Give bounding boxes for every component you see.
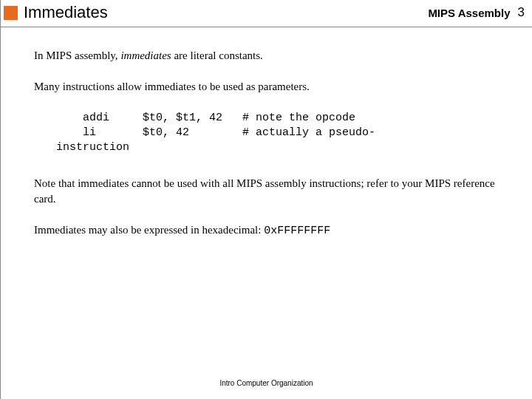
paragraph-4: Immediates may also be expressed in hexa… xyxy=(34,222,502,239)
paragraph-2: Many instructions allow immediates to be… xyxy=(34,79,502,94)
page-number: 3 xyxy=(518,5,525,20)
paragraph-1: In MIPS assembly, immediates are literal… xyxy=(34,48,502,63)
hex-literal: 0xFFFFFFFF xyxy=(264,225,330,237)
slide-footer: Intro Computer Organization xyxy=(1,379,532,387)
slide-subject: MIPS Assembly xyxy=(428,7,510,19)
paragraph-3: Note that immediates cannot be used with… xyxy=(34,176,502,206)
text: are literal constants. xyxy=(171,50,263,61)
bullet-icon xyxy=(4,6,18,20)
code-block: addi $t0, $t1, 42 # note the opcode li $… xyxy=(56,111,502,156)
text: Immediates may also be expressed in hexa… xyxy=(34,224,264,236)
text-italic: immediates xyxy=(120,50,171,61)
slide-content: In MIPS assembly, immediates are literal… xyxy=(1,27,532,239)
slide: Immediates MIPS Assembly 3 In MIPS assem… xyxy=(0,0,532,399)
slide-header: Immediates MIPS Assembly 3 xyxy=(1,0,532,27)
text: In MIPS assembly, xyxy=(34,50,120,61)
slide-title: Immediates xyxy=(24,3,428,22)
